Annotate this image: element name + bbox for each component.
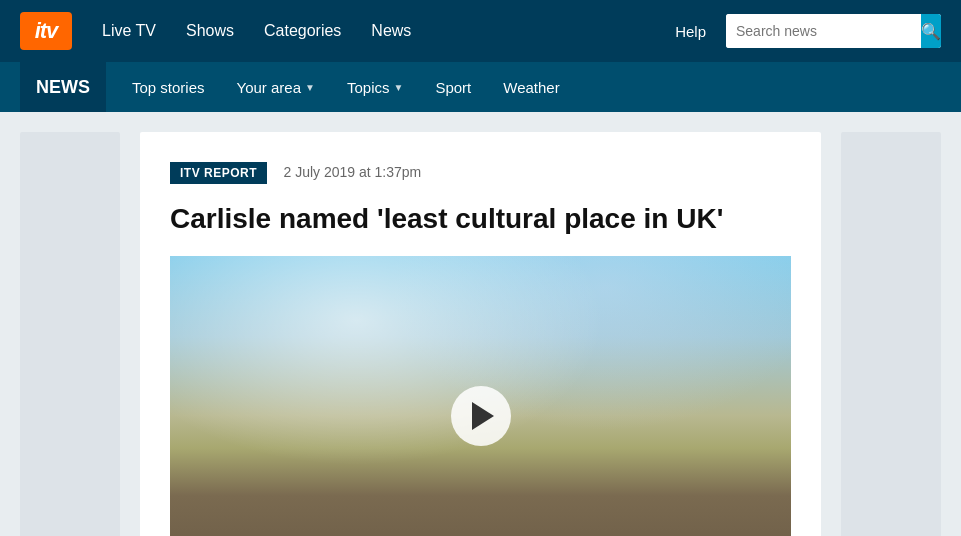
article-card: ITV REPORT 2 July 2019 at 1:37pm Carlisl… bbox=[140, 132, 821, 536]
nav-news[interactable]: News bbox=[371, 22, 411, 40]
sidebar-right bbox=[841, 132, 941, 536]
sub-nav: NEWS Top stories Your area ▼ Topics ▼ Sp… bbox=[0, 62, 961, 112]
logo-text: itv bbox=[35, 18, 58, 44]
top-nav-links: Live TV Shows Categories News bbox=[102, 22, 675, 40]
nav-shows[interactable]: Shows bbox=[186, 22, 234, 40]
subnav-weather[interactable]: Weather bbox=[487, 62, 575, 112]
chevron-down-icon: ▼ bbox=[305, 82, 315, 93]
chevron-down-icon: ▼ bbox=[393, 82, 403, 93]
play-icon bbox=[472, 402, 494, 430]
play-button[interactable] bbox=[451, 386, 511, 446]
subnav-topics[interactable]: Topics ▼ bbox=[331, 62, 419, 112]
search-input[interactable] bbox=[726, 14, 921, 48]
article-meta: ITV REPORT 2 July 2019 at 1:37pm bbox=[170, 162, 791, 192]
subnav-top-stories[interactable]: Top stories bbox=[116, 62, 221, 112]
sidebar-left bbox=[20, 132, 120, 536]
help-link[interactable]: Help bbox=[675, 23, 706, 40]
nav-live-tv[interactable]: Live TV bbox=[102, 22, 156, 40]
page-wrapper: ITV REPORT 2 July 2019 at 1:37pm Carlisl… bbox=[0, 112, 961, 536]
top-nav-right: Help 🔍 bbox=[675, 14, 941, 48]
top-nav: itv Live TV Shows Categories News Help 🔍 bbox=[0, 0, 961, 62]
article-title: Carlisle named 'least cultural place in … bbox=[170, 202, 791, 236]
nav-categories[interactable]: Categories bbox=[264, 22, 341, 40]
itv-logo[interactable]: itv bbox=[20, 12, 72, 50]
search-box: 🔍 bbox=[726, 14, 941, 48]
video-player[interactable] bbox=[170, 256, 791, 536]
search-icon: 🔍 bbox=[921, 22, 941, 41]
subnav-your-area[interactable]: Your area ▼ bbox=[221, 62, 331, 112]
search-button[interactable]: 🔍 bbox=[921, 14, 941, 48]
itv-report-badge: ITV REPORT bbox=[170, 162, 267, 184]
subnav-sport[interactable]: Sport bbox=[419, 62, 487, 112]
news-badge: NEWS bbox=[20, 62, 106, 112]
article-timestamp: 2 July 2019 at 1:37pm bbox=[283, 164, 421, 180]
